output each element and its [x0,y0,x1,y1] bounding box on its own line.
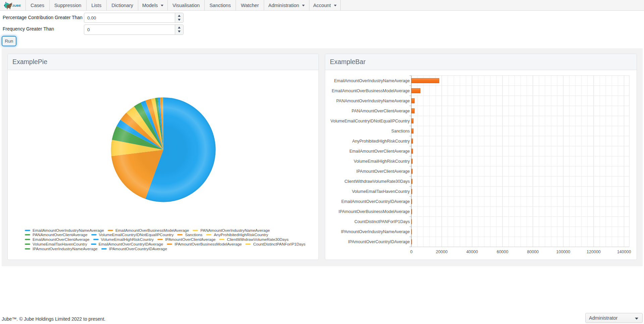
svg-text:IPAmountOverBusinessModelAvera: IPAmountOverBusinessModelAverage [339,209,410,214]
svg-text:Sanctions: Sanctions [391,129,410,133]
svg-text:AnyProhibitedHighRiskCountry: AnyProhibitedHighRiskCountry [352,139,410,144]
svg-text:EmailAmountOverIndustryNameAve: EmailAmountOverIndustryNameAverage [334,78,410,83]
svg-text:140000: 140000 [617,250,631,254]
svg-text:EmailAmountOverCountryIDAverag: EmailAmountOverCountryIDAverage [341,199,410,204]
svg-text:EmailAmountOverBusinessModelAv: EmailAmountOverBusinessModelAverage [332,89,410,93]
svg-text:IPAmountOverClientAverage: IPAmountOverClientAverage [356,169,410,174]
svg-text:JUBE: JUBE [12,4,21,7]
svg-text:ClientWithdrawVolumeRate30Days: ClientWithdrawVolumeRate30Days [344,179,410,184]
svg-text:IPAmountOverCountryIDAverage: IPAmountOverCountryIDAverage [348,239,410,244]
svg-text:EmailAmountOverClientAverage: EmailAmountOverClientAverage [349,149,410,154]
svg-text:80000: 80000 [527,250,539,254]
svg-text:PANAmountOverIndustryNameAvera: PANAmountOverIndustryNameAverage [336,99,410,103]
svg-text:IPAmountOverIndustryNameAverag: IPAmountOverIndustryNameAverage [341,229,410,234]
svg-text:0: 0 [410,250,412,254]
svg-text:120000: 120000 [587,250,601,254]
svg-text:VolumeEmailTaxHavenCountry: VolumeEmailTaxHavenCountry [352,189,410,194]
svg-text:60000: 60000 [497,250,508,254]
svg-text:VolumeEmailHighRiskCountry: VolumeEmailHighRiskCountry [354,159,410,164]
svg-text:20000: 20000 [436,250,448,254]
svg-text:VolumeEmailCountryIDNotEqualIP: VolumeEmailCountryIDNotEqualIPCountry [331,119,410,123]
svg-text:100000: 100000 [556,250,571,254]
svg-text:40000: 40000 [466,250,478,254]
svg-text:CountDistinctPANForIP1Days: CountDistinctPANForIP1Days [354,219,410,224]
svg-text:PANAmountOverClientAverage: PANAmountOverClientAverage [352,109,410,113]
